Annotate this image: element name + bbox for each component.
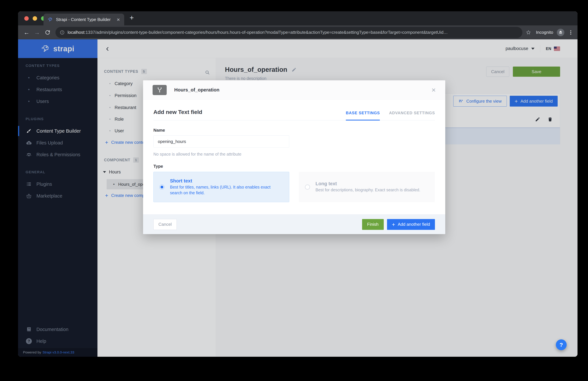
site-info-icon[interactable] bbox=[60, 30, 65, 35]
browser-window: Strapi - Content Type Builder × + ← → lo… bbox=[18, 11, 578, 357]
tab-advanced-settings[interactable]: ADVANCED SETTINGS bbox=[389, 111, 435, 120]
modal-header: Hours_of_operation × bbox=[143, 80, 445, 100]
back-icon[interactable]: ← bbox=[22, 29, 31, 36]
type-option-title: Long text bbox=[315, 181, 420, 186]
strapi-favicon-icon bbox=[48, 17, 53, 22]
incognito-label: Incognito bbox=[536, 30, 553, 35]
new-tab-button[interactable]: + bbox=[130, 14, 134, 22]
type-field-label: Type bbox=[153, 164, 435, 169]
modal-cancel-button[interactable]: Cancel bbox=[153, 219, 177, 230]
incognito-icon bbox=[557, 29, 564, 36]
url-host: localhost bbox=[68, 30, 84, 35]
name-field-label: Name bbox=[153, 128, 435, 133]
plus-icon: + bbox=[392, 222, 395, 227]
url-bar[interactable]: localhost:1337/admin/plugins/content-typ… bbox=[55, 27, 522, 38]
type-option-short-text[interactable]: Short text Best for titles, names, links… bbox=[153, 172, 289, 202]
modal-title-row: Add new Text field BASE SETTINGS ADVANCE… bbox=[153, 100, 435, 120]
type-option-desc: Best for titles, names, links (URL). It … bbox=[170, 184, 283, 196]
finish-button[interactable]: Finish bbox=[362, 219, 384, 230]
modal-add-another-field-button[interactable]: + Add another field bbox=[387, 219, 435, 230]
modal-title: Add new Text field bbox=[153, 109, 202, 120]
type-option-long-text[interactable]: Long text Best for descriptions, biograp… bbox=[299, 172, 435, 202]
browser-toolbar: ← → localhost:1337/admin/plugins/content… bbox=[18, 25, 578, 39]
add-field-modal: Hours_of_operation × Add new Text field … bbox=[143, 80, 445, 234]
component-branch-icon bbox=[153, 85, 167, 95]
tab-title: Strapi - Content Type Builder bbox=[56, 17, 113, 22]
name-helper-text: No space is allowed for the name of the … bbox=[153, 152, 435, 157]
url-path: :1337/admin/plugins/content-type-builder… bbox=[84, 30, 448, 35]
url-text: localhost:1337/admin/plugins/content-typ… bbox=[68, 30, 448, 35]
reload-icon[interactable] bbox=[43, 30, 52, 35]
browser-tabstrip: Strapi - Content Type Builder × + bbox=[18, 11, 578, 25]
type-option-title: Short text bbox=[170, 178, 283, 184]
radio-unselected-icon[interactable] bbox=[305, 185, 310, 190]
close-window-button[interactable] bbox=[24, 16, 29, 21]
forward-icon[interactable]: → bbox=[32, 29, 42, 36]
browser-tab[interactable]: Strapi - Content Type Builder × bbox=[43, 14, 124, 25]
modal-footer-actions: Finish + Add another field bbox=[362, 219, 435, 230]
modal-add-field-label: Add another field bbox=[398, 222, 430, 227]
window-controls bbox=[24, 16, 45, 21]
browser-menu-icon[interactable] bbox=[568, 30, 574, 35]
modal-footer: Cancel Finish + Add another field bbox=[143, 214, 445, 234]
support-help-button[interactable]: ? bbox=[556, 339, 567, 350]
radio-selected-icon[interactable] bbox=[159, 185, 164, 190]
modal-close-icon[interactable]: × bbox=[431, 86, 436, 94]
tab-base-settings[interactable]: BASE SETTINGS bbox=[346, 111, 380, 120]
minimize-window-button[interactable] bbox=[33, 16, 37, 21]
name-input[interactable] bbox=[153, 135, 289, 148]
app-page: strapi CONTENT TYPES • Categories • Rest… bbox=[18, 39, 578, 357]
type-option-desc: Best for descriptions, biography. Exact … bbox=[315, 187, 420, 193]
modal-header-title: Hours_of_operation bbox=[174, 87, 424, 93]
type-options: Short text Best for titles, names, links… bbox=[153, 172, 435, 202]
tab-close-icon[interactable]: × bbox=[117, 17, 120, 22]
modal-tabs: BASE SETTINGS ADVANCED SETTINGS bbox=[346, 111, 435, 120]
modal-body: Add new Text field BASE SETTINGS ADVANCE… bbox=[143, 100, 445, 202]
bookmark-star-icon[interactable] bbox=[526, 30, 531, 35]
